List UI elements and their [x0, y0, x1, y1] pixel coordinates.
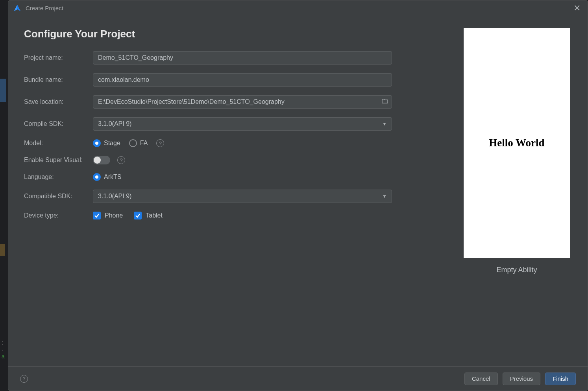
- help-icon[interactable]: ?: [156, 139, 164, 147]
- project-name-label: Project name:: [24, 54, 93, 61]
- previous-button[interactable]: Previous: [503, 373, 540, 385]
- titlebar: Create Project ✕: [8, 0, 588, 16]
- save-location-input[interactable]: [93, 95, 392, 109]
- background-artifact: :: [2, 339, 3, 346]
- compile-sdk-label: Compile SDK:: [24, 120, 93, 127]
- page-title: Configure Your Project: [24, 28, 446, 40]
- bundle-name-label: Bundle name:: [24, 76, 93, 83]
- project-name-input[interactable]: [93, 51, 392, 65]
- model-label: Model:: [24, 140, 93, 147]
- background-artifact: [0, 79, 6, 102]
- background-artifact: .: [2, 345, 3, 352]
- bundle-name-input[interactable]: [93, 73, 392, 87]
- device-type-checkbox-phone[interactable]: Phone: [93, 212, 123, 219]
- background-artifact: [0, 244, 5, 256]
- language-label: Language:: [24, 173, 93, 181]
- model-radio-fa[interactable]: FA: [129, 139, 148, 147]
- model-radio-stage[interactable]: Stage: [93, 139, 120, 147]
- create-project-dialog: Create Project ✕ Configure Your Project …: [8, 0, 588, 391]
- help-icon[interactable]: ?: [117, 156, 125, 164]
- save-location-label: Save location:: [24, 98, 93, 105]
- preview-caption: Empty Ability: [496, 266, 537, 274]
- help-icon[interactable]: ?: [20, 375, 28, 383]
- preview-area: Hello World Empty Ability: [462, 28, 572, 362]
- chevron-down-icon: ▼: [382, 194, 387, 199]
- device-type-checkbox-tablet[interactable]: Tablet: [134, 212, 163, 219]
- window-title: Create Project: [26, 5, 63, 11]
- enable-super-visual-toggle[interactable]: [93, 156, 110, 164]
- folder-icon[interactable]: [382, 98, 388, 105]
- compatible-sdk-select[interactable]: 3.1.0(API 9) ▼: [93, 190, 392, 203]
- compile-sdk-select[interactable]: 3.1.0(API 9) ▼: [93, 117, 392, 131]
- cancel-button[interactable]: Cancel: [464, 373, 498, 385]
- compatible-sdk-label: Compatible SDK:: [24, 193, 93, 200]
- compatible-sdk-value: 3.1.0(API 9): [98, 193, 131, 200]
- dialog-footer: ? Cancel Previous Finish: [8, 366, 588, 391]
- checkbox-checked-icon: [93, 212, 101, 219]
- enable-super-visual-label: Enable Super Visual:: [24, 157, 93, 164]
- deveco-logo-icon: [13, 4, 22, 13]
- device-type-label: Device type:: [24, 212, 93, 219]
- background-artifact: a: [2, 353, 5, 360]
- preview-phone-frame: Hello World: [464, 28, 570, 258]
- language-radio-arkts[interactable]: ArkTS: [93, 173, 121, 181]
- chevron-down-icon: ▼: [382, 121, 387, 127]
- finish-button[interactable]: Finish: [545, 373, 576, 385]
- preview-text: Hello World: [489, 137, 544, 149]
- close-button[interactable]: ✕: [571, 4, 583, 13]
- compile-sdk-value: 3.1.0(API 9): [98, 120, 131, 127]
- checkbox-checked-icon: [134, 212, 142, 219]
